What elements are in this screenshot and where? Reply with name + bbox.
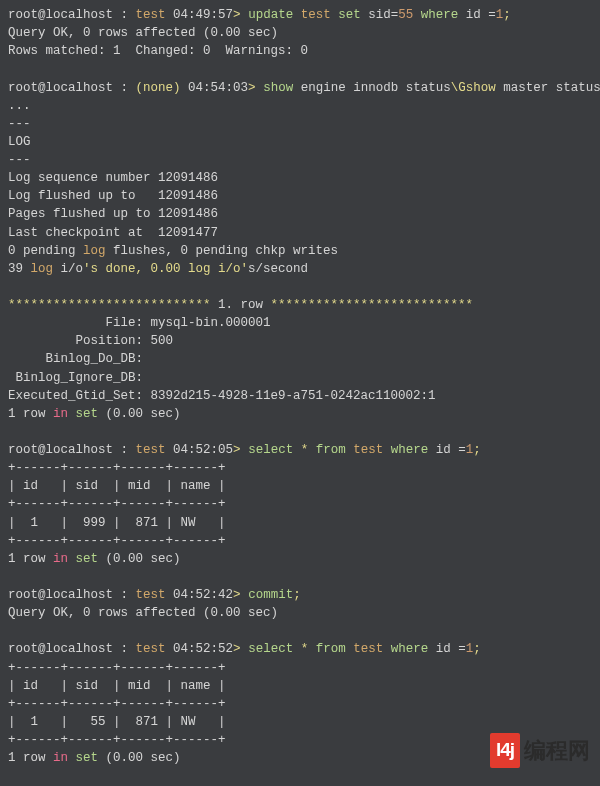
output-text: Log sequence number 12091486	[8, 169, 592, 187]
table-row: | 1 | 55 | 871 | NW |	[8, 713, 592, 731]
prompt-4: root@localhost : test 04:52:42> commit;	[8, 586, 592, 604]
logo-text: 编程网	[524, 735, 590, 767]
prompt-5: root@localhost : test 04:52:52> select *…	[8, 640, 592, 658]
output-text: 0 pending log flushes, 0 pending chkp wr…	[8, 242, 592, 260]
output-text: Rows matched: 1 Changed: 0 Warnings: 0	[8, 42, 592, 60]
output-text: LOG	[8, 133, 592, 151]
logo-icon: l4j	[490, 733, 520, 768]
table-sep: +------+------+------+------+	[8, 695, 592, 713]
output-text: Query OK, 0 rows affected (0.00 sec)	[8, 24, 592, 42]
table-row: | 1 | 999 | 871 | NW |	[8, 514, 592, 532]
output-text: Query OK, 0 rows affected (0.00 sec)	[8, 604, 592, 622]
prompt-3: root@localhost : test 04:52:05> select *…	[8, 441, 592, 459]
prompt-1: root@localhost : test 04:49:57> update t…	[8, 6, 592, 24]
prompt-2: root@localhost : (none) 04:54:03> show e…	[8, 79, 592, 97]
table-header: | id | sid | mid | name |	[8, 477, 592, 495]
field-binlog-ignore: Binlog_Ignore_DB:	[8, 369, 592, 387]
output-text: Pages flushed up to 12091486	[8, 205, 592, 223]
field-position: Position: 500	[8, 332, 592, 350]
table-sep: +------+------+------+------+	[8, 659, 592, 677]
field-gtid: Executed_Gtid_Set: 8392d215-4928-11e9-a7…	[8, 387, 592, 405]
field-file: File: mysql-bin.000001	[8, 314, 592, 332]
output-text: ---	[8, 115, 592, 133]
rows-in-set: 1 row in set (0.00 sec)	[8, 405, 592, 423]
output-text: ...	[8, 97, 592, 115]
output-text: ---	[8, 151, 592, 169]
output-text: 39 log i/o's done, 0.00 log i/o's/second	[8, 260, 592, 278]
output-text: Last checkpoint at 12091477	[8, 224, 592, 242]
output-text: Log flushed up to 12091486	[8, 187, 592, 205]
row-header: *************************** 1. row *****…	[8, 296, 592, 314]
rows-in-set: 1 row in set (0.00 sec)	[8, 550, 592, 568]
table-sep: +------+------+------+------+	[8, 532, 592, 550]
table-sep: +------+------+------+------+	[8, 459, 592, 477]
table-sep: +------+------+------+------+	[8, 495, 592, 513]
watermark-logo: l4j 编程网	[490, 733, 590, 768]
table-header: | id | sid | mid | name |	[8, 677, 592, 695]
field-binlog-do: Binlog_Do_DB:	[8, 350, 592, 368]
